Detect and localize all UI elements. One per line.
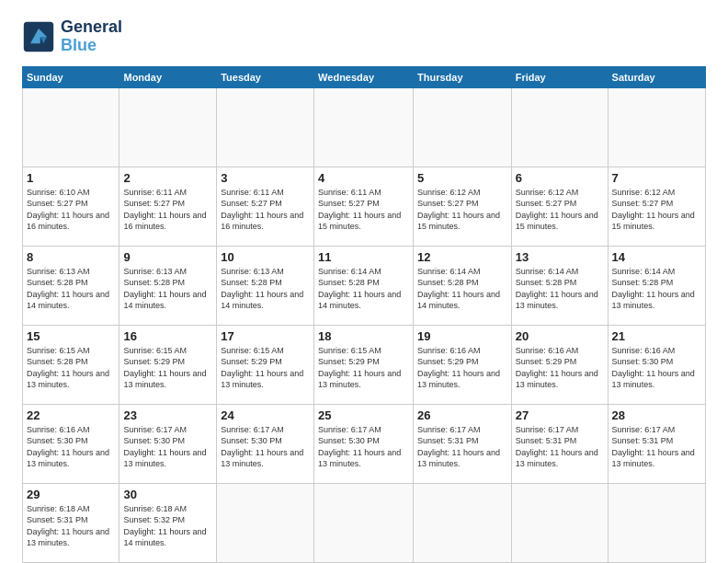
day-number: 20 [516, 329, 604, 343]
calendar-cell: 9Sunrise: 6:13 AMSunset: 5:28 PMDaylight… [119, 246, 217, 325]
day-number: 21 [612, 329, 701, 343]
calendar-cell: 14Sunrise: 6:14 AMSunset: 5:28 PMDayligh… [608, 246, 705, 325]
calendar-cell [119, 87, 217, 167]
day-info: Sunrise: 6:12 AMSunset: 5:27 PMDaylight:… [417, 187, 507, 233]
calendar-cell: 15Sunrise: 6:15 AMSunset: 5:28 PMDayligh… [23, 325, 119, 404]
day-number: 26 [417, 408, 507, 422]
day-number: 2 [123, 171, 212, 185]
day-info: Sunrise: 6:16 AMSunset: 5:30 PMDaylight:… [27, 424, 115, 470]
day-info: Sunrise: 6:10 AMSunset: 5:27 PMDaylight:… [27, 187, 115, 233]
day-number: 14 [612, 250, 701, 264]
day-number: 10 [221, 250, 310, 264]
day-number: 18 [318, 329, 409, 343]
day-info: Sunrise: 6:15 AMSunset: 5:29 PMDaylight:… [123, 345, 212, 391]
day-info: Sunrise: 6:16 AMSunset: 5:30 PMDaylight:… [612, 345, 701, 391]
calendar-cell: 25Sunrise: 6:17 AMSunset: 5:30 PMDayligh… [314, 404, 414, 483]
calendar-cell [217, 87, 314, 167]
weekday-header: Friday [511, 66, 608, 87]
day-info: Sunrise: 6:17 AMSunset: 5:30 PMDaylight:… [221, 424, 310, 470]
day-number: 13 [516, 250, 604, 264]
weekday-header: Wednesday [314, 66, 414, 87]
day-number: 9 [123, 250, 212, 264]
day-info: Sunrise: 6:14 AMSunset: 5:28 PMDaylight:… [417, 266, 507, 312]
day-info: Sunrise: 6:11 AMSunset: 5:27 PMDaylight:… [318, 187, 409, 233]
day-info: Sunrise: 6:11 AMSunset: 5:27 PMDaylight:… [123, 187, 212, 233]
day-info: Sunrise: 6:14 AMSunset: 5:28 PMDaylight:… [318, 266, 409, 312]
day-number: 5 [417, 171, 507, 185]
calendar-cell: 18Sunrise: 6:15 AMSunset: 5:29 PMDayligh… [314, 325, 414, 404]
day-number: 7 [612, 171, 701, 185]
day-info: Sunrise: 6:12 AMSunset: 5:27 PMDaylight:… [516, 187, 604, 233]
calendar-cell: 1Sunrise: 6:10 AMSunset: 5:27 PMDaylight… [23, 167, 119, 246]
logo-text: General Blue [61, 18, 122, 55]
day-number: 8 [27, 250, 115, 264]
day-info: Sunrise: 6:15 AMSunset: 5:28 PMDaylight:… [27, 345, 115, 391]
header: General Blue [22, 18, 706, 55]
weekday-header: Monday [119, 66, 217, 87]
day-number: 4 [318, 171, 409, 185]
day-info: Sunrise: 6:17 AMSunset: 5:30 PMDaylight:… [123, 424, 212, 470]
day-info: Sunrise: 6:12 AMSunset: 5:27 PMDaylight:… [612, 187, 701, 233]
day-number: 16 [123, 329, 212, 343]
day-number: 28 [612, 408, 701, 422]
day-info: Sunrise: 6:17 AMSunset: 5:31 PMDaylight:… [417, 424, 507, 470]
day-info: Sunrise: 6:18 AMSunset: 5:32 PMDaylight:… [123, 503, 212, 549]
calendar-cell [414, 87, 512, 167]
day-number: 6 [516, 171, 604, 185]
calendar-cell: 7Sunrise: 6:12 AMSunset: 5:27 PMDaylight… [608, 167, 705, 246]
calendar-week: 29Sunrise: 6:18 AMSunset: 5:31 PMDayligh… [23, 483, 706, 562]
weekday-header: Saturday [608, 66, 705, 87]
calendar-cell: 23Sunrise: 6:17 AMSunset: 5:30 PMDayligh… [119, 404, 217, 483]
day-number: 17 [221, 329, 310, 343]
day-number: 23 [123, 408, 212, 422]
day-info: Sunrise: 6:17 AMSunset: 5:31 PMDaylight:… [516, 424, 604, 470]
calendar-cell: 28Sunrise: 6:17 AMSunset: 5:31 PMDayligh… [608, 404, 705, 483]
day-info: Sunrise: 6:17 AMSunset: 5:31 PMDaylight:… [612, 424, 701, 470]
day-number: 11 [318, 250, 409, 264]
calendar-cell: 2Sunrise: 6:11 AMSunset: 5:27 PMDaylight… [119, 167, 217, 246]
day-info: Sunrise: 6:17 AMSunset: 5:30 PMDaylight:… [318, 424, 409, 470]
day-info: Sunrise: 6:13 AMSunset: 5:28 PMDaylight:… [123, 266, 212, 312]
calendar-cell [511, 483, 608, 562]
calendar-cell [23, 87, 119, 167]
day-info: Sunrise: 6:16 AMSunset: 5:29 PMDaylight:… [516, 345, 604, 391]
calendar: SundayMondayTuesdayWednesdayThursdayFrid… [22, 66, 706, 563]
weekday-header: Thursday [414, 66, 512, 87]
day-info: Sunrise: 6:13 AMSunset: 5:28 PMDaylight:… [221, 266, 310, 312]
day-number: 22 [27, 408, 115, 422]
calendar-cell: 27Sunrise: 6:17 AMSunset: 5:31 PMDayligh… [511, 404, 608, 483]
calendar-cell [314, 483, 414, 562]
calendar-cell: 13Sunrise: 6:14 AMSunset: 5:28 PMDayligh… [511, 246, 608, 325]
calendar-cell: 3Sunrise: 6:11 AMSunset: 5:27 PMDaylight… [217, 167, 314, 246]
calendar-cell: 8Sunrise: 6:13 AMSunset: 5:28 PMDaylight… [23, 246, 119, 325]
day-number: 25 [318, 408, 409, 422]
calendar-cell: 5Sunrise: 6:12 AMSunset: 5:27 PMDaylight… [414, 167, 512, 246]
calendar-week: 15Sunrise: 6:15 AMSunset: 5:28 PMDayligh… [23, 325, 706, 404]
day-number: 29 [27, 488, 115, 501]
calendar-week: 22Sunrise: 6:16 AMSunset: 5:30 PMDayligh… [23, 404, 706, 483]
calendar-cell: 21Sunrise: 6:16 AMSunset: 5:30 PMDayligh… [608, 325, 705, 404]
day-number: 24 [221, 408, 310, 422]
day-info: Sunrise: 6:16 AMSunset: 5:29 PMDaylight:… [417, 345, 507, 391]
calendar-cell: 12Sunrise: 6:14 AMSunset: 5:28 PMDayligh… [414, 246, 512, 325]
calendar-week: 1Sunrise: 6:10 AMSunset: 5:27 PMDaylight… [23, 167, 706, 246]
day-number: 27 [516, 408, 604, 422]
day-number: 12 [417, 250, 507, 264]
calendar-cell: 26Sunrise: 6:17 AMSunset: 5:31 PMDayligh… [414, 404, 512, 483]
day-info: Sunrise: 6:15 AMSunset: 5:29 PMDaylight:… [318, 345, 409, 391]
day-info: Sunrise: 6:15 AMSunset: 5:29 PMDaylight:… [221, 345, 310, 391]
calendar-cell: 10Sunrise: 6:13 AMSunset: 5:28 PMDayligh… [217, 246, 314, 325]
calendar-cell [217, 483, 314, 562]
weekday-header: Tuesday [217, 66, 314, 87]
calendar-cell: 22Sunrise: 6:16 AMSunset: 5:30 PMDayligh… [23, 404, 119, 483]
calendar-cell: 6Sunrise: 6:12 AMSunset: 5:27 PMDaylight… [511, 167, 608, 246]
day-number: 1 [27, 171, 115, 185]
day-number: 15 [27, 329, 115, 343]
calendar-cell [608, 87, 705, 167]
calendar-cell: 19Sunrise: 6:16 AMSunset: 5:29 PMDayligh… [414, 325, 512, 404]
weekday-header: Sunday [23, 66, 119, 87]
day-number: 3 [221, 171, 310, 185]
calendar-week: 8Sunrise: 6:13 AMSunset: 5:28 PMDaylight… [23, 246, 706, 325]
calendar-cell: 29Sunrise: 6:18 AMSunset: 5:31 PMDayligh… [23, 483, 119, 562]
calendar-cell [314, 87, 414, 167]
